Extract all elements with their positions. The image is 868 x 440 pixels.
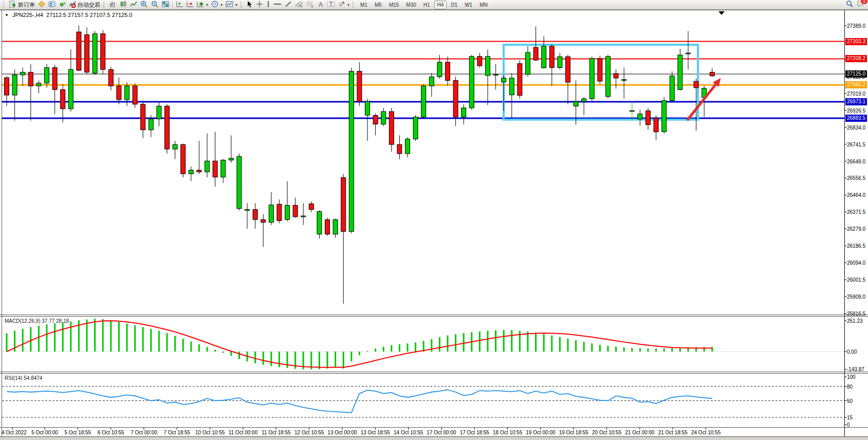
periods-button[interactable]: ▾ <box>210 1 224 9</box>
bar-chart-icon <box>109 1 117 9</box>
price-level-badge: 27065.2 <box>845 81 867 88</box>
price-tick-label: 26279.0 <box>847 226 865 232</box>
timeframe-button-m5[interactable]: M5 <box>372 1 385 9</box>
price-level-badge: 27208.2 <box>845 55 867 62</box>
window-bottom-strip <box>0 437 868 440</box>
new-order-label: 新订单 <box>18 1 35 9</box>
add-indicator-icon <box>197 1 204 9</box>
price-tick-label: 26649.0 <box>847 158 865 164</box>
chart-shift-button[interactable] <box>185 1 195 9</box>
timeframe-button-h4[interactable]: H4 <box>434 1 447 9</box>
signals-button[interactable] <box>57 1 67 9</box>
tile-windows-button[interactable] <box>160 1 171 9</box>
crosshair-tool-button[interactable] <box>254 1 265 9</box>
tile-windows-icon <box>162 1 169 9</box>
timeframe-button-mn[interactable]: MN <box>476 1 491 9</box>
fibonacci-tool-button[interactable]: F <box>305 1 316 9</box>
templates-button[interactable]: ▾ <box>224 1 239 9</box>
label-icon: T <box>327 1 335 9</box>
price-tick-label: 26556.5 <box>847 175 865 181</box>
new-order-icon <box>9 1 16 9</box>
candlestick-mode-button[interactable] <box>118 1 128 9</box>
auto-scroll-icon <box>176 1 183 9</box>
indicators-button[interactable]: ▾ <box>195 1 210 9</box>
time-axis-label: 7 Oct 18:55 <box>163 430 190 435</box>
price-tick-label: 26094.0 <box>847 260 865 266</box>
clock-icon <box>211 1 218 9</box>
time-axis-label: 19 Oct 18:55 <box>559 430 588 435</box>
rsi-tick-label: 50 <box>847 398 853 404</box>
vertical-line-icon <box>266 1 270 9</box>
auto-trading-label: 自动交易 <box>78 1 100 9</box>
text-icon: A <box>318 1 324 9</box>
time-axis-label: 11 Oct 18:55 <box>262 430 291 435</box>
toolbar-separator <box>172 2 173 8</box>
cursor-arrow-icon <box>247 1 253 9</box>
dropdown-caret-icon: ▾ <box>235 3 237 7</box>
price-tick-label: 26371.5 <box>847 209 865 215</box>
price-tick-label: 25816.5 <box>847 311 865 317</box>
new-order-button[interactable]: 新订单 <box>8 1 36 9</box>
dropdown-caret-icon: ▾ <box>220 3 223 7</box>
profile-button[interactable] <box>47 1 57 9</box>
ohlc-readout: 27112.5 27157.5 27107.5 27125.0 <box>46 12 132 18</box>
equidistant-channel-tool-button[interactable]: E <box>293 1 305 9</box>
time-axis-label: 7 Oct 00:00 <box>131 430 157 435</box>
rsi-tick-label: 0 <box>847 422 850 428</box>
zoom-in-button[interactable] <box>139 1 150 9</box>
time-axis-label: 5 Oct 18:55 <box>64 430 91 435</box>
timeframe-button-m30[interactable]: M30 <box>403 1 419 9</box>
price-tick-label: 26186.5 <box>847 243 865 249</box>
auto-trading-button[interactable]: 自动交易 <box>67 1 102 9</box>
chart-shift-icon <box>187 1 194 9</box>
collapse-triangle-icon[interactable]: ▼ <box>5 13 9 17</box>
price-level-badge: 26973.1 <box>845 98 867 105</box>
channel-icon: E <box>295 1 303 9</box>
shapes-tool-button[interactable]: ▾ <box>337 1 351 9</box>
chart-plot[interactable] <box>2 10 844 315</box>
vertical-line-tool-button[interactable] <box>265 1 272 9</box>
line-chart-mode-button[interactable] <box>128 1 139 9</box>
profile-icon <box>48 1 56 9</box>
time-axis-label: 12 Oct 10:55 <box>294 430 324 435</box>
timeframe-button-m1[interactable]: M1 <box>357 1 371 9</box>
time-axis-label: 6 Oct 10:55 <box>98 430 124 435</box>
macd-tick-label: 0.00 <box>847 349 857 355</box>
search-icon[interactable] <box>846 0 854 10</box>
toolbar-drag-handle[interactable] <box>3 2 6 8</box>
rsi-indicator-label: RSI(14) 54.8474 <box>5 375 42 381</box>
timeframe-button-h1[interactable]: H1 <box>420 1 433 9</box>
timeframe-button-w1[interactable]: W1 <box>461 1 475 9</box>
toolbar-drag-handle[interactable] <box>353 2 356 8</box>
market-watch-button[interactable] <box>36 1 47 9</box>
time-axis-label: 17 Oct 00:00 <box>427 430 456 435</box>
trendline-tool-button[interactable] <box>283 1 293 9</box>
shapes-arrows-icon <box>338 1 345 9</box>
svg-text:E: E <box>300 5 302 8</box>
toolbar-drag-handle[interactable] <box>241 2 244 8</box>
text-tool-button[interactable]: A <box>316 1 325 9</box>
dropdown-caret-icon: ▾ <box>206 3 208 7</box>
bar-chart-mode-button[interactable] <box>108 1 118 9</box>
notifications-icon[interactable]: 1 <box>857 0 864 9</box>
fibonacci-icon: F <box>306 1 315 9</box>
macd-tick-label: 251.23 <box>847 318 863 324</box>
notification-badge: 1 <box>860 0 868 5</box>
auto-trading-icon <box>69 1 76 9</box>
rsi-tick-label: 15 <box>847 415 853 420</box>
timeframe-button-m15[interactable]: M15 <box>386 1 402 9</box>
macd-indicator-label: MACD(12,26,9) 37.77 28.18 <box>5 318 69 324</box>
price-tick-label: 27019.0 <box>847 90 865 96</box>
time-axis-label: 4 Oct 2022 <box>2 430 27 435</box>
auto-scroll-button[interactable] <box>175 1 185 9</box>
timeframe-button-d1[interactable]: D1 <box>448 1 460 9</box>
text-label-tool-button[interactable]: T <box>325 1 337 9</box>
price-tick-label: 25909.0 <box>847 294 865 300</box>
price-tick-label: 26834.0 <box>847 124 865 130</box>
cursor-tool-button[interactable] <box>245 1 254 9</box>
zoom-out-button[interactable] <box>150 1 160 9</box>
price-tick-label: 26464.0 <box>847 192 865 198</box>
toolbar-drag-handle[interactable] <box>103 2 106 8</box>
main-toolbar: 新订单 自动交易 <box>0 0 868 10</box>
horizontal-line-tool-button[interactable] <box>272 1 283 9</box>
